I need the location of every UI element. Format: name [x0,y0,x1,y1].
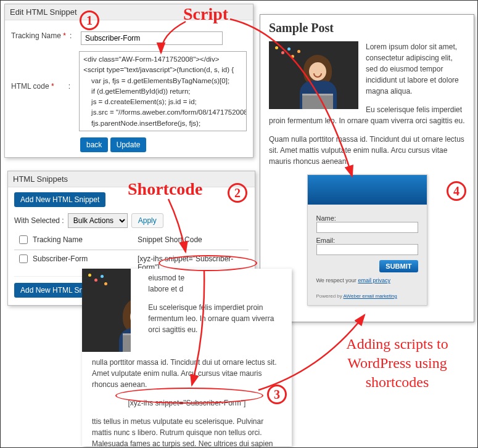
email-privacy-link[interactable]: email privacy [358,277,390,283]
col-tracking-name: Tracking Name [33,235,138,246]
email-label: Email: [316,237,418,244]
back-button[interactable]: back [80,137,108,152]
tracking-name-label: Tracking Name * [11,31,70,40]
annotation-script-label: Script [183,4,228,24]
privacy-text: We respect your email privacy [316,272,418,283]
post-paragraph: Quam nulla porttitor massa id. Tincidunt… [269,134,465,167]
annotation-tagline: Adding scripts to WordPress using shortc… [320,335,474,393]
annotation-oval-shortcode [159,255,257,271]
aweber-form: Name: Email: SUBMIT We respect your emai… [307,174,427,306]
edit-snippet-panel: Edit HTML Snippet Tracking Name * : HTML… [4,4,253,158]
editor-image [82,269,131,352]
row-checkbox[interactable] [19,255,28,263]
sample-post-preview: Sample Post Lorem ipsum dolor sit amet, … [260,14,474,322]
tracking-name-input[interactable] [81,31,223,45]
annotation-oval-editor-shortcode [115,388,263,404]
powered-by: Powered by AWeber email marketing [308,290,427,305]
email-input[interactable] [316,244,418,255]
html-code-label: HTML code * [11,51,68,91]
annotation-step-1: 1 [80,10,99,30]
form-header [308,175,427,205]
apply-button[interactable]: Apply [131,213,163,228]
table-header: Tracking Name Snippet Short Code [14,232,249,250]
post-title: Sample Post [269,21,465,35]
editor-paragraph: nulla porttitor massa id. Tincidunt dui … [82,357,292,390]
name-label: Name: [316,214,418,222]
annotation-shortcode-label: Shortcode [128,179,202,199]
html-code-textarea[interactable]: <div class="AW-Form-1471752008"></div> <… [79,51,247,131]
with-selected-label: With Selected : [14,216,64,225]
name-input[interactable] [316,222,418,233]
bulk-actions-select[interactable]: Bulk Actions [68,213,128,228]
editor-preview: eiusmod te labore et d Eu scelerisque fe… [82,269,292,446]
add-snippet-button[interactable]: Add New HTML Snippet [14,192,105,207]
annotation-step-2: 2 [228,183,247,203]
col-short-code: Snippet Short Code [138,235,249,246]
submit-button[interactable]: SUBMIT [379,260,418,272]
post-image [269,41,358,109]
select-all-checkbox[interactable] [19,235,28,244]
editor-paragraph: ttis tellus in metus vulputate eu sceler… [82,416,292,448]
annotation-step-4: 4 [447,181,466,201]
update-button[interactable]: Update [110,137,147,152]
editor-paragraph: Eu scelerisque felis imperdiet proin fer… [148,302,286,335]
annotation-step-3: 3 [267,385,287,404]
aweber-link[interactable]: AWeber email marketing [344,293,397,299]
